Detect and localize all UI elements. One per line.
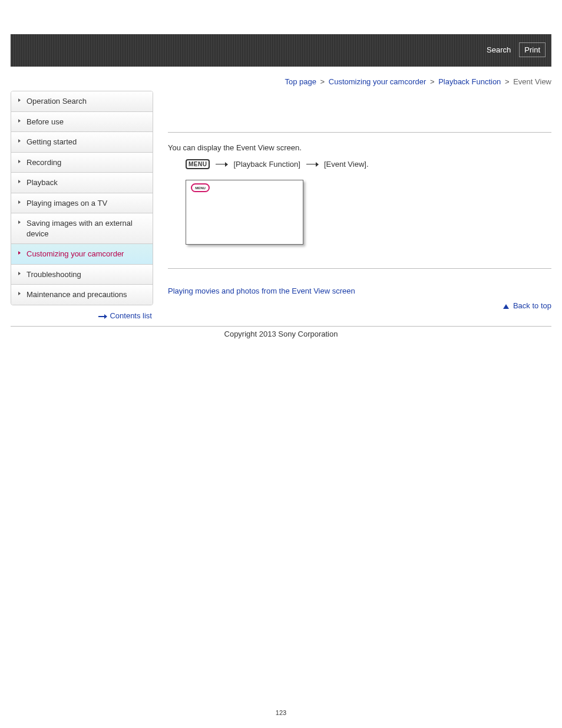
sidebar-item-getting-started[interactable]: Getting started [11, 132, 153, 153]
arrow-right-icon [216, 164, 227, 164]
instruction-row: MENU [Playback Function] [Event View]. [186, 159, 551, 169]
sidebar: Operation Search Before use Getting star… [11, 91, 153, 305]
sidebar-item-recording[interactable]: Recording [11, 153, 153, 173]
sidebar-item-troubleshooting[interactable]: Troubleshooting [11, 265, 153, 285]
back-to-top-link[interactable]: Back to top [513, 301, 551, 310]
sidebar-item-operation-search[interactable]: Operation Search [11, 91, 153, 112]
screen-mockup: MENU [186, 180, 303, 245]
sidebar-item-maintenance[interactable]: Maintenance and precautions [11, 285, 153, 305]
print-button[interactable]: Print [519, 42, 546, 57]
triangle-up-icon [503, 304, 509, 309]
breadcrumb: Top page > Customizing your camcorder > … [0, 67, 562, 91]
breadcrumb-current: Event View [513, 77, 551, 86]
sidebar-item-playback[interactable]: Playback [11, 173, 153, 193]
breadcrumb-playback-function[interactable]: Playback Function [438, 77, 501, 86]
breadcrumb-customizing[interactable]: Customizing your camcorder [329, 77, 426, 86]
contents-list-link[interactable]: Contents list [110, 311, 152, 320]
main-content: You can display the Event View screen. M… [168, 91, 551, 310]
breadcrumb-top-page[interactable]: Top page [285, 77, 316, 86]
search-button[interactable]: Search [482, 42, 515, 57]
sidebar-item-saving-external[interactable]: Saving images with an external device [11, 213, 153, 244]
sidebar-item-customizing[interactable]: Customizing your camcorder [11, 244, 153, 265]
sidebar-item-playing-tv[interactable]: Playing images on a TV [11, 193, 153, 214]
arrow-right-icon [306, 164, 318, 164]
sidebar-item-before-use[interactable]: Before use [11, 112, 153, 133]
header-bar: Search Print [11, 34, 551, 67]
related-link-event-view[interactable]: Playing movies and photos from the Event… [168, 286, 355, 295]
page-number: 123 [0, 709, 562, 716]
intro-text: You can display the Event View screen. [168, 143, 551, 152]
instruction-step-a: [Playback Function] [233, 160, 300, 169]
copyright-text: Copyright 2013 Sony Corporation [0, 327, 562, 341]
menu-badge: MENU [186, 159, 210, 169]
screen-menu-badge: MENU [191, 183, 210, 192]
instruction-step-b: [Event View]. [324, 160, 369, 169]
arrow-right-icon [98, 316, 107, 317]
